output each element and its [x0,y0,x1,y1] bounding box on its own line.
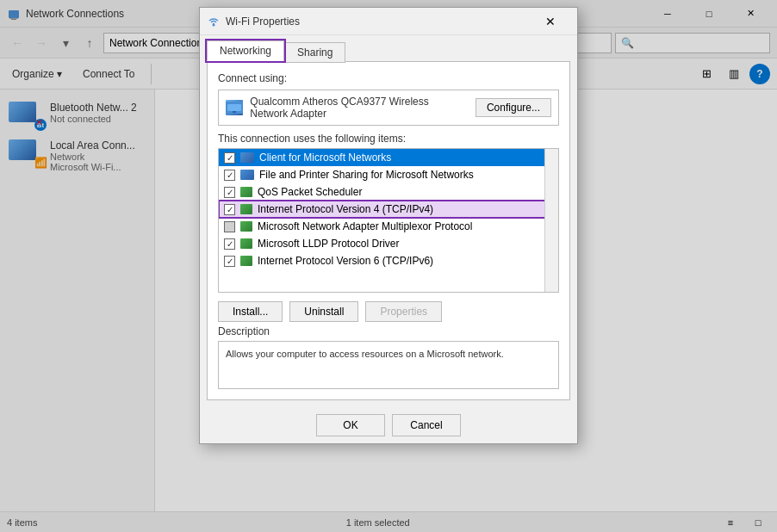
adapter-icon-5 [240,238,252,249]
dialog-close-button[interactable]: ✕ [531,8,570,35]
dialog-titlebar-left: Wi-Fi Properties [207,15,300,28]
svg-rect-5 [227,104,241,111]
checkbox-0[interactable] [224,152,235,164]
cancel-button[interactable]: Cancel [392,414,461,436]
checkbox-3[interactable] [224,204,235,215]
description-text: Allows your computer to access resources… [218,341,559,389]
network-icon-0 [240,152,254,163]
dialog-ok-cancel: OK Cancel [200,407,577,443]
item-text-2: QoS Packet Scheduler [258,186,362,198]
wifi-icon [207,15,221,28]
adapter-name: Qualcomm Atheros QCA9377 Wireless Networ… [250,96,469,120]
properties-button[interactable]: Properties [365,301,442,322]
modal-overlay: Wi-Fi Properties ✕ Networking Sharing Co… [0,0,777,532]
tab-sharing[interactable]: Sharing [284,42,345,63]
list-item-3[interactable]: Internet Protocol Version 4 (TCP/IPv4) [219,201,558,218]
connect-using-label: Connect using: [218,72,559,84]
item-text-5: Microsoft LLDP Protocol Driver [258,238,400,250]
adapter-icon [226,100,243,115]
checkbox-2[interactable] [224,187,235,198]
configure-button[interactable]: Configure... [476,98,551,117]
ok-button[interactable]: OK [316,414,385,436]
items-label: This connection uses the following items… [218,133,559,145]
dialog-tabs: Networking Sharing [200,35,577,61]
items-list: Client for Microsoft Networks File and P… [218,148,559,293]
item-text-1: File and Printer Sharing for Microsoft N… [259,169,474,181]
adapter-icon-6 [240,256,252,266]
adapter-row: Qualcomm Atheros QCA9377 Wireless Networ… [218,90,559,126]
list-scrollbar[interactable] [544,149,558,292]
checkbox-4[interactable] [224,221,235,232]
item-text-0: Client for Microsoft Networks [259,152,391,164]
uninstall-button[interactable]: Uninstall [289,301,358,322]
dialog-titlebar: Wi-Fi Properties ✕ [200,8,577,35]
svg-rect-6 [233,111,236,113]
tab-networking[interactable]: Networking [207,40,284,61]
list-item-2[interactable]: QoS Packet Scheduler [219,183,558,201]
install-button[interactable]: Install... [218,301,283,322]
action-buttons-row: Install... Uninstall Properties [218,301,559,322]
item-text-6: Internet Protocol Version 6 (TCP/IPv6) [258,255,433,267]
checkbox-6[interactable] [224,256,235,267]
adapter-icon-3 [240,204,252,214]
list-item-4[interactable]: Microsoft Network Adapter Multiplexor Pr… [219,218,558,235]
adapter-icon-4 [240,221,252,232]
list-item-0[interactable]: Client for Microsoft Networks [219,149,558,166]
adapter-icon-2 [240,187,252,197]
description-label: Description [218,325,559,337]
list-item-5[interactable]: Microsoft LLDP Protocol Driver [219,235,558,252]
item-text-4: Microsoft Network Adapter Multiplexor Pr… [258,220,472,232]
svg-point-3 [213,23,215,26]
dialog-title: Wi-Fi Properties [226,15,300,28]
network-icon-1 [240,170,254,180]
checkbox-5[interactable] [224,238,235,250]
dialog-content: Connect using: Qualcomm Atheros QCA9377 … [207,61,570,400]
wifi-properties-dialog: Wi-Fi Properties ✕ Networking Sharing Co… [199,7,578,444]
item-text-3: Internet Protocol Version 4 (TCP/IPv4) [258,203,433,215]
list-item-6[interactable]: Internet Protocol Version 6 (TCP/IPv6) [219,252,558,269]
list-item-1[interactable]: File and Printer Sharing for Microsoft N… [219,166,558,183]
checkbox-1[interactable] [224,170,235,181]
